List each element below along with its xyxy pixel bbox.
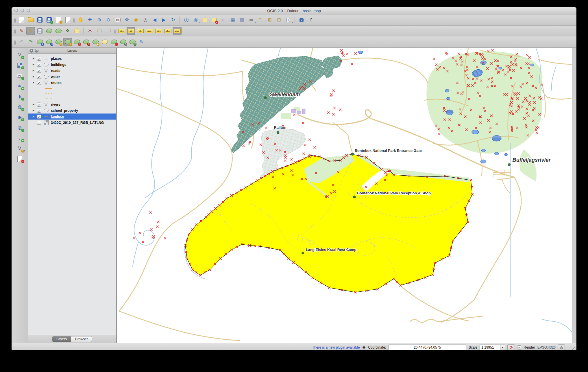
node-tool-button[interactable] [73,27,81,35]
plugin-manager-icon[interactable]: ❖ [362,345,366,350]
add-mssql-layer-button[interactable]: ◗+ [15,92,25,101]
layer-item-routes[interactable]: ▼✓⋁routes [28,80,116,86]
change-label-properties-button[interactable]: abc [173,27,182,35]
layer-item-buildings[interactable]: ▶✓buildings [28,62,116,68]
float-panel-icon[interactable]: ❐ [35,49,38,53]
layer-visibility-checkbox[interactable]: ✓ [37,103,41,107]
help-contents-button[interactable]: ? [297,16,306,24]
close-panel-icon[interactable]: ✕ [29,49,33,53]
crs-status-button[interactable]: ◍ [558,344,565,350]
zoom-to-selection-button[interactable]: ◉ [132,16,140,24]
resize-grip[interactable] [572,347,576,350]
scale-combobox[interactable]: 1:19951 ▼ [480,345,505,351]
toggle-editing-button[interactable]: ✎ [26,27,35,35]
add-wms-layer-button[interactable]: ◍+ [15,103,25,111]
toolbar-drag-handle[interactable] [14,16,16,23]
new-project-button[interactable] [17,16,26,24]
text-annotation-button[interactable]: T▾ [284,16,293,24]
pan-map-to-selection-button[interactable]: ✚ [86,16,94,24]
layer-visibility-checkbox[interactable]: ✓ [37,63,41,67]
whats-this-button[interactable]: ? [306,16,315,24]
move-feature-button[interactable]: ❖ [63,27,72,35]
show-bookmarks-button[interactable]: ⊟ [275,16,283,24]
statistical-summary-button[interactable]: ▥ [238,16,246,24]
delete-part-button[interactable]: ✕ [82,38,90,46]
new-plugin-link[interactable]: There is a new plugin available [312,345,360,349]
reshape-features-button[interactable]: ◣ [91,38,100,46]
tab-browser[interactable]: Browser [71,336,92,342]
add-wfs-layer-button[interactable]: ◎+ [15,123,25,132]
zoom-last-button[interactable]: ◀ [150,16,159,24]
layer-visibility-checkbox[interactable]: ✓ [37,75,41,79]
redo-button[interactable]: ↷ [26,38,35,46]
new-bookmark-button[interactable]: ⊞ [265,16,274,24]
layer-visibility-checkbox[interactable]: ✓ [37,109,41,113]
identify-features-button[interactable]: ⓘ [182,16,191,24]
close-window-button[interactable] [14,9,18,12]
expand-arrow-icon[interactable]: ▶ [32,63,35,66]
pan-map-button[interactable]: ✋ [76,16,85,24]
delete-ring-button[interactable]: ✕ [73,38,81,46]
copy-features-button[interactable]: ❐ [95,27,104,35]
highlight-pinned-labels-button[interactable]: ab [136,27,145,35]
save-project-button[interactable] [36,16,44,24]
expand-arrow-icon[interactable]: ▶ [32,69,35,72]
toolbar-drag-handle[interactable] [114,27,116,34]
zoom-full-extent-button[interactable]: ✥ [123,16,131,24]
toolbar-drag-handle[interactable] [14,27,16,34]
measure-button[interactable]: ▬▾ [247,16,256,24]
layer-visibility-checkbox[interactable]: ✓ [37,81,41,85]
merge-selected-features-button[interactable]: ≡ [128,38,137,46]
map-canvas[interactable]: SwellendamRailtonBontebok National Park … [117,48,572,343]
split-parts-button[interactable]: ∿ [119,38,127,46]
toolbar-drag-handle[interactable] [14,38,16,45]
rotate-point-symbols-button[interactable]: ↻ [137,38,146,46]
add-spatialite-layer-button[interactable]: ❧+ [15,82,25,90]
run-feature-action-button[interactable]: ◉▾ [191,16,200,24]
layer-item-landuse[interactable]: ▶✓✏landuse [28,114,116,120]
zoom-next-button[interactable]: ▶ [160,16,168,24]
layer-item-school_property[interactable]: ▶✓school_property [28,107,116,114]
add-delimited-text-layer-button[interactable]: ,+ [15,134,25,142]
layer-item-rivers[interactable]: ▶✓⋁rivers [28,101,116,107]
layer-item-places[interactable]: ▶✓∴places [28,55,116,62]
zoom-native-resolution-button[interactable]: 1:1 [113,16,122,24]
move-label-button[interactable]: abc [154,27,163,35]
expand-arrow-icon[interactable]: ▼ [32,81,35,84]
chevron-down-icon[interactable]: ▼ [500,345,505,350]
simplify-feature-button[interactable]: ⬡ [45,38,53,46]
fill-ring-button[interactable]: ✳ [63,38,72,46]
layer-item-3420C_2010_327_RGB_LATLNG[interactable]: 3420C_2010_327_RGB_LATLNG [28,120,116,126]
new-print-composer-button[interactable]: + [54,16,63,24]
stop-render-button[interactable]: ⊘ [507,344,515,350]
add-raster-layer-button[interactable]: + [15,61,25,70]
dropdown-caret-icon[interactable]: ▾ [208,21,210,23]
expand-arrow-icon[interactable]: ▶ [32,57,35,60]
layer-item-roads[interactable]: ▶✓⋁roads [28,68,116,74]
layer-visibility-checkbox[interactable]: ✓ [37,69,41,73]
minimize-window-button[interactable] [21,9,24,12]
current-edits-button[interactable]: ✎ [17,27,26,35]
add-ring-button[interactable]: ✳ [54,38,63,46]
split-features-button[interactable]: ✂ [110,38,118,46]
render-checkbox[interactable]: ✓ [517,345,521,349]
map-tips-button[interactable]: ❞ [256,16,265,24]
layer-visibility-checkbox[interactable]: ✓ [37,115,41,119]
rotate-feature-button[interactable]: ↻ [36,38,44,46]
remove-layer-button[interactable]: − [15,155,25,163]
expand-arrow-icon[interactable]: ▶ [32,109,35,112]
add-wcs-layer-button[interactable]: ◉+ [15,113,25,122]
dropdown-caret-icon[interactable]: ▾ [24,150,25,152]
offset-curve-button[interactable] [100,38,109,46]
zoom-out-button[interactable]: ⊖ [104,16,113,24]
cut-features-button[interactable]: ✂ [86,27,95,35]
coordinate-input[interactable]: 20.4470,-34.0575 [388,345,466,351]
expand-arrow-icon[interactable]: ▶ [32,75,35,78]
open-attribute-table-button[interactable]: ▦ [228,16,237,24]
capture-polygon-button[interactable] [54,27,63,35]
select-by-expression-button[interactable]: ε [219,16,228,24]
layer-visibility-checkbox[interactable] [37,121,41,125]
dropdown-caret-icon[interactable]: ▾ [292,21,293,23]
layer-item-water[interactable]: ▶✓water [28,74,116,80]
add-feature-button[interactable] [45,27,53,35]
